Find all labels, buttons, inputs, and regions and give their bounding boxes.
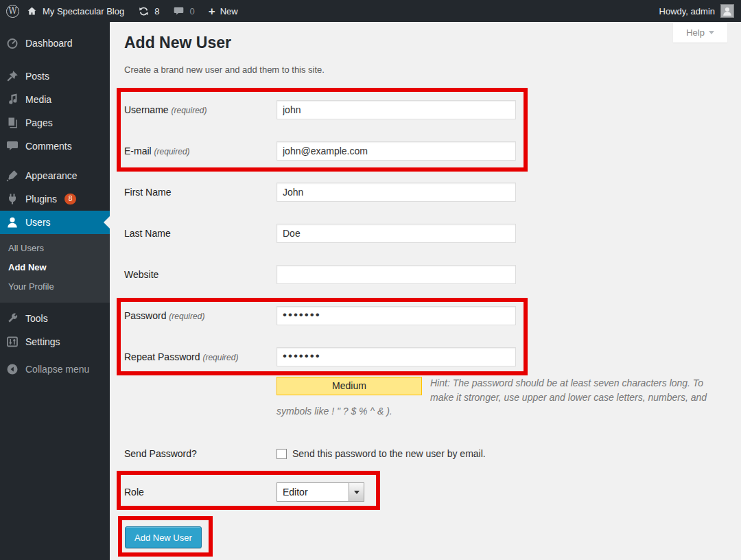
sidebar-item-label: Posts — [25, 71, 49, 82]
pages-icon — [5, 116, 19, 130]
home-icon — [26, 5, 38, 17]
role-label: Role — [124, 482, 272, 502]
sidebar-item-tools[interactable]: Tools — [0, 307, 110, 330]
role-selected-value: Editor — [277, 483, 349, 501]
account-menu[interactable]: Howdy, admin — [659, 4, 741, 18]
help-button[interactable]: Help — [673, 22, 727, 43]
site-name: My Spectacular Blog — [43, 6, 124, 16]
sidebar-item-label: Tools — [25, 313, 48, 324]
sidebar-item-users[interactable]: Users — [0, 211, 110, 234]
howdy-text: Howdy, admin — [659, 6, 715, 16]
submenu-item-add-new[interactable]: Add New — [0, 258, 110, 277]
users-icon — [5, 215, 19, 229]
plus-icon: + — [209, 5, 215, 17]
chevron-down-icon — [709, 31, 714, 37]
sidebar-item-plugins[interactable]: Plugins 8 — [0, 187, 110, 211]
required-note: (required) — [202, 353, 238, 362]
sidebar-item-label: Plugins — [25, 194, 57, 205]
person-icon — [721, 5, 733, 17]
sidebar-item-label: Pages — [25, 117, 53, 128]
required-note: (required) — [169, 312, 204, 321]
comment-bubble-icon — [173, 5, 185, 17]
sidebar-item-label: Dashboard — [25, 38, 73, 49]
send-password-label: Send Password? — [124, 444, 272, 463]
sidebar-item-media[interactable]: Media — [0, 88, 110, 111]
add-new-user-page: Help Add New User Create a brand new use… — [110, 22, 741, 560]
sidebar-item-label: Collapse menu — [25, 364, 89, 375]
comment-icon — [5, 139, 19, 153]
new-label: New — [220, 6, 238, 16]
password-hint-area: Medium Hint: The password should be at l… — [277, 376, 713, 419]
sidebar-item-label: Settings — [25, 336, 60, 347]
wrench-icon — [5, 312, 19, 325]
paintbrush-icon — [5, 169, 19, 183]
username-label: Username (required) — [124, 100, 272, 120]
updates-indicator[interactable]: 8 — [131, 0, 166, 22]
sidebar-item-label: Media — [25, 94, 51, 105]
sidebar-item-pages[interactable]: Pages — [0, 111, 110, 135]
comments-indicator[interactable]: 0 — [166, 0, 201, 22]
submenu-item-your-profile[interactable]: Your Profile — [0, 277, 110, 296]
sidebar-item-comments[interactable]: Comments — [0, 135, 110, 158]
page-subtitle: Create a brand new user and add them to … — [124, 65, 325, 75]
page-title: Add New User — [124, 32, 231, 54]
repeat-password-label: Repeat Password (required) — [124, 347, 272, 367]
media-icon — [5, 93, 19, 106]
collapse-icon — [5, 362, 19, 376]
update-icon — [138, 5, 150, 17]
sidebar-item-settings[interactable]: Settings — [0, 330, 110, 353]
plugins-update-badge: 8 — [64, 194, 76, 205]
first-name-label: First Name — [124, 183, 272, 202]
submenu-item-all-users[interactable]: All Users — [0, 239, 110, 258]
repeat-password-field[interactable] — [277, 347, 516, 366]
email-field[interactable] — [277, 141, 516, 161]
admin-sidebar: Dashboard Posts Media Pages Comments — [0, 22, 110, 560]
site-name-menu[interactable]: My Spectacular Blog — [19, 0, 131, 22]
admin-top-bar: W My Spectacular Blog 8 0 + New Howdy, a… — [0, 0, 741, 22]
chevron-down-icon — [354, 491, 360, 497]
add-new-user-button[interactable]: Add New User — [125, 526, 202, 548]
comments-count: 0 — [189, 6, 194, 16]
users-submenu: All Users Add New Your Profile — [0, 234, 110, 303]
email-label: E-mail (required) — [124, 141, 272, 161]
help-label: Help — [686, 27, 705, 38]
sidebar-item-collapse-menu[interactable]: Collapse menu — [0, 358, 110, 381]
sidebar-item-dashboard[interactable]: Dashboard — [0, 32, 110, 55]
website-label: Website — [124, 265, 272, 284]
select-arrow-button[interactable] — [349, 483, 364, 501]
website-field[interactable] — [277, 265, 516, 284]
sidebar-item-label: Appearance — [25, 170, 78, 181]
password-field[interactable] — [277, 306, 516, 325]
dashboard-icon — [5, 36, 19, 50]
settings-icon — [5, 335, 19, 349]
password-strength-meter: Medium — [277, 377, 422, 395]
sidebar-item-appearance[interactable]: Appearance — [0, 164, 110, 187]
password-label: Password (required) — [124, 306, 272, 326]
send-password-checkbox[interactable] — [277, 449, 287, 459]
role-select[interactable]: Editor — [277, 482, 364, 502]
sidebar-item-posts[interactable]: Posts — [0, 65, 110, 88]
sidebar-item-label: Comments — [25, 141, 72, 152]
send-password-checkbox-label: Send this password to the new user by em… — [292, 444, 486, 463]
last-name-field[interactable] — [277, 224, 516, 243]
pushpin-icon — [5, 69, 19, 83]
required-note: (required) — [154, 147, 190, 156]
wordpress-logo-icon[interactable]: W — [6, 5, 19, 18]
plugin-icon — [5, 192, 19, 206]
sidebar-item-label: Users — [25, 217, 51, 228]
last-name-label: Last Name — [124, 224, 272, 243]
new-menu[interactable]: + New — [202, 0, 245, 22]
required-note: (required) — [171, 106, 207, 115]
first-name-field[interactable] — [277, 183, 516, 202]
avatar — [720, 4, 734, 18]
updates-count: 8 — [154, 6, 159, 16]
username-field[interactable] — [277, 100, 516, 119]
